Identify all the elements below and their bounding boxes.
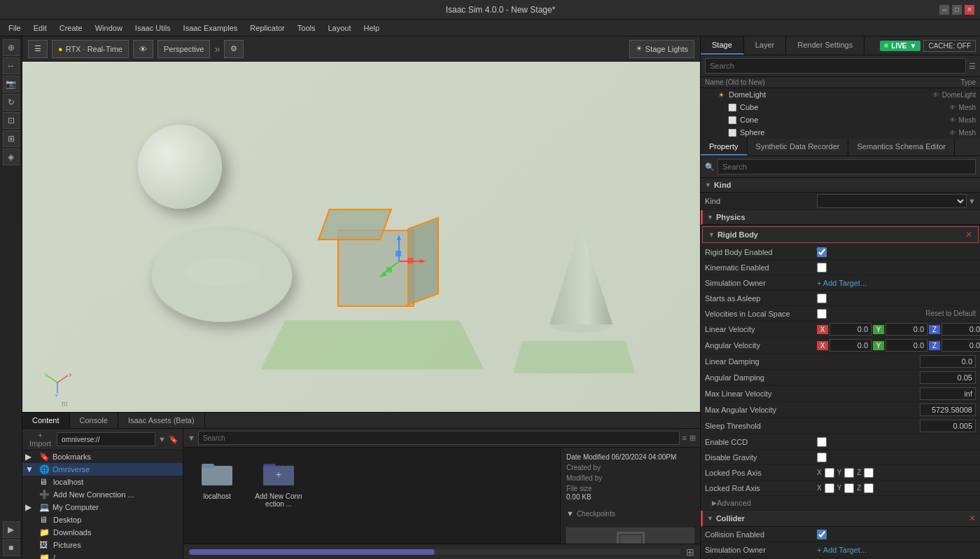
file-item-desktop[interactable]: 🖥 Desktop	[22, 513, 183, 526]
add-target-btn-sim[interactable]: + Add Target...	[817, 279, 867, 287]
max-angular-vel-input[interactable]	[920, 403, 976, 416]
tool-camera[interactable]: 📷	[3, 76, 20, 92]
hamburger-button[interactable]: ☰	[28, 40, 48, 58]
file-item-add-connection[interactable]: ➕ Add New Connection ...	[22, 488, 183, 501]
stage-lights-button[interactable]: ☀ Stage Lights	[629, 40, 694, 58]
filter-icon[interactable]: ▼	[158, 435, 166, 443]
menu-tools[interactable]: Tools	[292, 22, 321, 34]
kind-dropdown[interactable]	[817, 194, 967, 208]
tab-console[interactable]: Console	[70, 413, 118, 428]
file-item-bookmarks[interactable]: ▶ 🔖 Bookmarks	[22, 450, 183, 463]
viewport-chevron[interactable]: »	[214, 43, 220, 55]
reset-to-default-btn[interactable]: Reset to Default	[925, 310, 976, 317]
tab-property[interactable]: Property	[701, 139, 748, 156]
file-item-omniverse[interactable]: ▼ 🌐 Omniverse	[22, 463, 183, 476]
enable-ccd-checkbox[interactable]	[817, 437, 827, 447]
lpa-x-checkbox[interactable]	[825, 468, 834, 478]
stage-search-input[interactable]	[705, 58, 966, 74]
kind-section-header[interactable]: ▼ Kind	[701, 178, 980, 193]
import-button[interactable]: + Import	[27, 431, 54, 448]
menu-edit[interactable]: Edit	[28, 22, 52, 34]
tab-semantics[interactable]: Semantics Schema Editor	[848, 139, 955, 156]
file-item-mycomputer[interactable]: ▶ 💻 My Computer	[22, 501, 183, 513]
tree-item-sphere[interactable]: ⬜ Sphere 👁 Mesh	[701, 126, 980, 139]
tool-move[interactable]: ↔	[3, 57, 20, 74]
linear-vel-z-input[interactable]	[941, 323, 980, 336]
angular-vel-y-input[interactable]	[886, 339, 927, 352]
tab-isaac-assets[interactable]: Isaac Assets (Beta)	[118, 413, 205, 428]
angular-vel-z-input[interactable]	[941, 339, 980, 352]
menu-replicator[interactable]: Replicator	[244, 22, 290, 34]
disable-gravity-checkbox[interactable]	[817, 453, 827, 462]
lra-y-checkbox[interactable]	[844, 483, 854, 493]
tab-stage[interactable]: Stage	[701, 36, 744, 55]
lra-z-checkbox[interactable]	[864, 483, 874, 493]
tool-stop[interactable]: ■	[3, 539, 20, 556]
file-icon-add-connection[interactable]: + Add New Connection ...	[251, 453, 307, 511]
fb-filter-icon[interactable]: ▼	[188, 434, 195, 442]
sleep-threshold-input[interactable]	[920, 420, 976, 432]
fb-grid-btn[interactable]: ⊞	[690, 434, 696, 443]
viewport[interactable]: X Y Z m	[22, 62, 700, 412]
grid-view-btn[interactable]: ⊞	[686, 546, 694, 558]
linear-vel-x-input[interactable]	[830, 323, 872, 336]
tool-rotate[interactable]: ↻	[3, 94, 20, 111]
rigid-body-header[interactable]: ▼ Rigid Body ✕	[702, 226, 979, 243]
kinematic-enabled-checkbox[interactable]	[817, 263, 827, 272]
tree-item-cone[interactable]: ⬜ Cone 👁 Mesh	[701, 113, 980, 126]
tool-3[interactable]: ⊞	[3, 130, 20, 147]
file-item-localhost[interactable]: 🖥 localhost	[22, 476, 183, 488]
tree-item-cube[interactable]: ⬜ Cube 👁 Mesh	[701, 101, 980, 113]
file-item-root[interactable]: 📁 /	[22, 551, 183, 559]
menu-isaac-examples[interactable]: Isaac Examples	[178, 22, 244, 34]
camera-mode-button[interactable]: 👁	[133, 40, 153, 58]
tool-scale[interactable]: ⊡	[3, 112, 20, 129]
file-icon-localhost[interactable]: localhost	[189, 453, 245, 511]
tool-4[interactable]: ◈	[3, 149, 20, 165]
tab-layer[interactable]: Layer	[744, 36, 787, 55]
tool-select[interactable]: ⊕	[3, 39, 20, 56]
fb-search-input[interactable]	[198, 431, 680, 445]
perspective-button[interactable]: Perspective	[158, 40, 210, 58]
lra-x-checkbox[interactable]	[825, 483, 834, 493]
menu-create[interactable]: Create	[54, 22, 88, 34]
menu-file[interactable]: File	[3, 22, 27, 34]
rigid-body-close-btn[interactable]: ✕	[965, 230, 972, 240]
rigid-body-advanced-row[interactable]: ▶ Advanced	[701, 496, 980, 511]
starts-as-asleep-checkbox[interactable]	[817, 294, 827, 303]
lpa-z-checkbox[interactable]	[864, 468, 874, 478]
add-target-btn-collider[interactable]: + Add Target...	[817, 546, 867, 554]
menu-isaac-utils[interactable]: Isaac Utils	[130, 22, 176, 34]
velocities-local-space-checkbox[interactable]	[817, 309, 827, 319]
tab-synthetic-data[interactable]: Synthetic Data Recorder	[748, 139, 849, 156]
linear-damping-input[interactable]	[920, 355, 976, 368]
maximize-button[interactable]: □	[952, 5, 962, 15]
angular-damping-input[interactable]	[920, 371, 976, 384]
rigid-body-enabled-checkbox[interactable]	[817, 247, 827, 257]
collision-enabled-checkbox[interactable]	[817, 530, 827, 539]
render-mode-button[interactable]: ⚙	[224, 40, 244, 58]
angular-vel-x-input[interactable]	[830, 339, 872, 352]
menu-window[interactable]: Window	[90, 22, 128, 34]
close-button[interactable]: ✕	[965, 5, 974, 15]
collider-section-header[interactable]: ▼ Collider ✕	[701, 511, 980, 527]
physics-section-header[interactable]: ▼ Physics	[701, 210, 980, 225]
minimize-button[interactable]: –	[939, 5, 949, 15]
stage-filter-icon[interactable]: ☰	[969, 62, 976, 71]
fb-filter-btn[interactable]: ≡	[682, 434, 687, 442]
max-linear-vel-input[interactable]	[920, 387, 976, 400]
menu-help[interactable]: Help	[358, 22, 386, 34]
rtx-mode-button[interactable]: ● RTX · Real-Time	[52, 40, 129, 58]
bookmark-icon[interactable]: 🔖	[169, 435, 178, 444]
tree-item-domelight[interactable]: ☀ DomeLight 👁 DomeLight	[701, 88, 980, 101]
collider-close-btn[interactable]: ✕	[969, 513, 976, 523]
checkpoints-header[interactable]: ▼ Checkpoints	[566, 508, 694, 519]
lpa-y-checkbox[interactable]	[844, 468, 854, 478]
file-item-downloads[interactable]: 📁 Downloads	[22, 526, 183, 539]
prop-search-input[interactable]	[718, 159, 976, 174]
linear-vel-y-input[interactable]	[886, 323, 927, 336]
file-item-pictures[interactable]: 🖼 Pictures	[22, 539, 183, 551]
tab-content[interactable]: Content	[22, 413, 70, 428]
tool-play[interactable]: ▶	[3, 521, 20, 538]
path-input[interactable]	[57, 432, 155, 446]
